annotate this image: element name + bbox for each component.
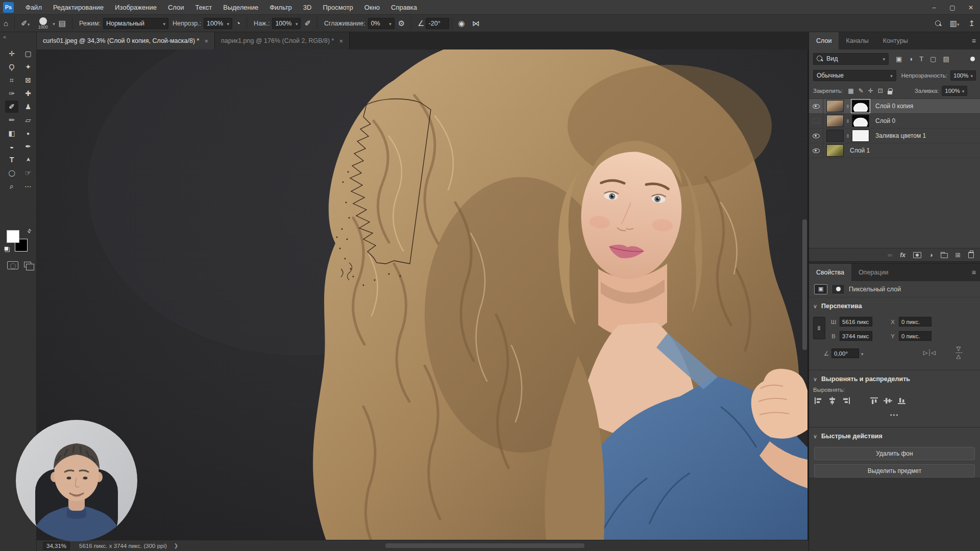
- home-icon[interactable]: ⌂: [0, 19, 12, 28]
- maximize-button[interactable]: ▢: [943, 0, 962, 15]
- layer-row-2[interactable]: ∞ Заливка цветом 1: [809, 129, 980, 143]
- ellipse-tool[interactable]: ◯: [5, 167, 18, 179]
- healing-brush-tool[interactable]: ✚: [21, 87, 35, 99]
- flip-horizontal-icon[interactable]: ▷┊◁: [923, 349, 936, 356]
- workspace-icon[interactable]: ▥: [949, 19, 961, 28]
- align-left-icon[interactable]: [814, 397, 823, 405]
- height-field[interactable]: 3744 пикс: [840, 331, 872, 341]
- menu-file[interactable]: Файл: [20, 0, 47, 15]
- document-tab-parik1[interactable]: парик1.png @ 176% (Слой 2, RGB/8) * ×: [215, 32, 350, 49]
- align-top-icon[interactable]: [870, 397, 878, 405]
- layer-thumbnail[interactable]: [826, 100, 844, 112]
- align-right-icon[interactable]: [842, 397, 850, 405]
- paint-bucket-tool[interactable]: ◧: [5, 127, 18, 139]
- transform-section-header[interactable]: ∨ Перспектива: [809, 297, 980, 313]
- link-dimensions-icon[interactable]: ∞: [813, 317, 825, 339]
- pressure-size-icon[interactable]: ◉: [455, 19, 469, 28]
- layer-opacity-field[interactable]: 100%: [950, 70, 976, 81]
- swap-colors-icon[interactable]: ⇄: [26, 228, 33, 235]
- move-tool[interactable]: ✛: [5, 47, 18, 60]
- dodge-tool[interactable]: ◒: [5, 140, 18, 153]
- menu-select[interactable]: Выделение: [217, 0, 264, 15]
- layer-row-0[interactable]: ∞ Слой 0 копия: [809, 99, 980, 114]
- share-icon[interactable]: ↥: [967, 19, 976, 28]
- align-section-header[interactable]: ∨ Выровнять и распределить: [809, 370, 980, 386]
- close-tab-icon[interactable]: ×: [339, 37, 343, 45]
- crop-tool[interactable]: ⌗: [5, 74, 18, 86]
- width-field[interactable]: 5616 пикс: [840, 317, 872, 327]
- filter-toggle-icon[interactable]: [970, 57, 975, 61]
- layer-thumbnail[interactable]: [826, 144, 844, 157]
- tab-channels[interactable]: Каналы: [839, 32, 875, 49]
- lock-artboard-icon[interactable]: ⊡: [878, 87, 883, 94]
- layer-style-icon[interactable]: fx: [900, 252, 905, 259]
- type-tool[interactable]: T: [5, 154, 18, 166]
- filter-type-icon[interactable]: T: [919, 55, 923, 63]
- menu-image[interactable]: Изображение: [109, 0, 162, 15]
- tab-paths[interactable]: Контуры: [876, 32, 915, 49]
- menu-3d[interactable]: 3D: [298, 0, 317, 15]
- add-mask-icon[interactable]: [913, 252, 921, 258]
- foreground-color-swatch[interactable]: [7, 230, 19, 243]
- y-field[interactable]: 0 пикс.: [899, 331, 932, 341]
- align-center-horizontal-icon[interactable]: [828, 397, 837, 405]
- rectangular-marquee-tool[interactable]: ▢: [21, 47, 35, 60]
- flip-vertical-icon[interactable]: ▷┊◁: [955, 347, 962, 359]
- layer-row-1[interactable]: ∞ Слой 0: [809, 114, 980, 129]
- menu-layers[interactable]: Слои: [162, 0, 190, 15]
- magic-wand-tool[interactable]: ✦: [21, 61, 35, 73]
- layer-row-3[interactable]: Слой 1: [809, 143, 980, 158]
- select-subject-button[interactable]: Выделить предмет: [814, 464, 975, 478]
- pixel-layer-chip[interactable]: ▣: [814, 284, 827, 294]
- opacity-field[interactable]: 100%: [204, 18, 232, 29]
- screen-mode-icon[interactable]: [24, 262, 31, 267]
- layer-blend-mode-select[interactable]: Обычные: [813, 70, 896, 81]
- brush-size-preview[interactable]: 1000: [34, 17, 52, 30]
- delete-layer-icon[interactable]: [968, 252, 974, 258]
- mask-chip[interactable]: [831, 284, 845, 294]
- mask-link-icon[interactable]: ∞: [845, 118, 851, 124]
- tab-actions[interactable]: Операции: [851, 264, 895, 281]
- lock-transparency-icon[interactable]: ▦: [848, 87, 853, 94]
- dropdown-icon[interactable]: [861, 350, 864, 357]
- document-tab-curls01[interactable]: curls01.jpeg @ 34,3% (Слой 0 копия, Слой…: [37, 32, 215, 49]
- remove-background-button[interactable]: Удалить фон: [814, 447, 975, 460]
- x-field[interactable]: 0 пикс.: [899, 317, 932, 327]
- new-layer-icon[interactable]: ⊞: [955, 251, 961, 259]
- menu-help[interactable]: Справка: [385, 0, 423, 15]
- clone-stamp-tool[interactable]: ♟: [21, 101, 35, 113]
- lock-position-icon[interactable]: ✛: [868, 87, 873, 94]
- menu-view[interactable]: Просмотр: [317, 0, 358, 15]
- brush-preset-icon[interactable]: ✐: [17, 19, 33, 28]
- more-tools[interactable]: ⋯: [21, 180, 35, 192]
- blend-mode-select[interactable]: Нормальный: [103, 18, 168, 29]
- close-tab-icon[interactable]: ×: [204, 37, 208, 45]
- minimize-button[interactable]: –: [925, 0, 943, 15]
- layer-mask-thumbnail[interactable]: [852, 115, 869, 127]
- visibility-cell[interactable]: [809, 114, 823, 128]
- eraser-tool[interactable]: ▱: [21, 114, 35, 126]
- collapse-tools-icon[interactable]: «: [3, 34, 6, 40]
- flow-field[interactable]: 100%: [272, 18, 301, 29]
- mask-link-icon[interactable]: ∞: [845, 133, 851, 139]
- filter-pixel-icon[interactable]: ▣: [896, 55, 902, 63]
- vertical-scrollbar[interactable]: [802, 219, 807, 350]
- lock-pixels-icon[interactable]: ✎: [859, 87, 864, 94]
- lasso-tool[interactable]: Ϙ: [5, 61, 18, 73]
- align-bottom-icon[interactable]: [897, 397, 906, 405]
- tab-layers[interactable]: Слои: [809, 32, 839, 49]
- smoothing-field[interactable]: 0%: [368, 18, 395, 29]
- align-more-button[interactable]: •••: [809, 408, 980, 423]
- history-brush-tool[interactable]: ✏: [5, 114, 18, 126]
- blur-tool[interactable]: ●: [21, 127, 35, 139]
- new-group-icon[interactable]: [941, 253, 948, 258]
- quick-actions-section-header[interactable]: ∨ Быстрые действия: [809, 428, 980, 443]
- brush-tool[interactable]: ✐: [5, 101, 18, 113]
- adjustment-layer-icon[interactable]: ◑: [929, 252, 933, 259]
- filter-shape-icon[interactable]: ▢: [930, 55, 936, 63]
- default-colors-icon[interactable]: [4, 246, 10, 252]
- layer-mask-thumbnail[interactable]: [852, 100, 869, 112]
- hand-tool[interactable]: ☞: [21, 167, 35, 179]
- tab-properties[interactable]: Свойства: [809, 264, 851, 281]
- menu-type[interactable]: Текст: [190, 0, 218, 15]
